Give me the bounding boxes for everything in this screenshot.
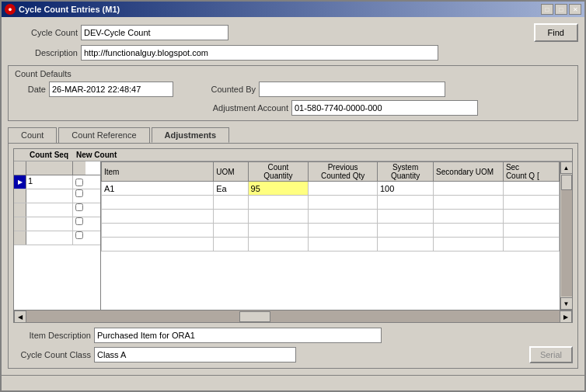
system-qty-cell-2[interactable] [378,196,434,210]
sec-count-q-cell-1[interactable] [503,182,559,196]
scroll-down-button[interactable]: ▼ [560,297,573,310]
minimize-button[interactable]: □ [541,4,553,15]
count-qty-cell-5[interactable] [248,238,309,252]
data-table: Item UOM CountQuantity PreviousCounted Q… [101,161,560,252]
row-indicator-1: ▶ [14,175,26,189]
grid-left-row-1: ▶ 1 [14,175,100,189]
counted-by-input[interactable] [259,82,445,97]
bottom-area: Item Description Cycle Count Class Seria… [13,328,573,363]
grid-body: ▶ 1 [14,161,572,310]
scroll-track-h[interactable] [26,310,560,322]
item-cell-3[interactable] [102,210,214,224]
sec-count-q-cell-5[interactable] [503,238,559,252]
cycle-count-row: Cycle Count Find [8,23,578,42]
item-description-label: Item Description [13,331,91,340]
checkbox-cell-3[interactable] [73,203,85,217]
scroll-track-v[interactable] [561,175,572,297]
window-title: Cycle Count Entries (M1) [19,5,120,14]
table-row [102,210,560,224]
prev-counted-column-header: PreviousCounted Qty [309,162,378,182]
maximize-button[interactable]: □ [555,4,567,15]
seq-cell-3[interactable] [26,203,73,217]
grid-top-labels: Count Seq New Count [14,149,572,161]
grid-left-row-4 [14,217,100,231]
item-description-input[interactable] [94,328,382,343]
system-qty-cell-4[interactable] [378,224,434,238]
tab-adjustments-content: Count Seq New Count [8,143,578,369]
grid-scroll-area: Item UOM CountQuantity PreviousCounted Q… [101,161,572,310]
seq-cell-1[interactable]: 1 [26,175,73,189]
system-qty-cell-1[interactable] [378,182,434,196]
tab-adjustments[interactable]: Adjustments [152,127,230,143]
uom-cell-4[interactable] [214,224,248,238]
system-qty-cell-3[interactable] [378,210,434,224]
description-input[interactable] [81,45,438,61]
find-button[interactable]: Find [534,23,578,42]
item-cell-2[interactable] [102,196,214,210]
scroll-up-button[interactable]: ▲ [560,161,573,174]
seq-cell-4[interactable] [26,217,73,231]
vertical-scrollbar[interactable]: ▲ ▼ [560,161,572,310]
grid-main: Item UOM CountQuantity PreviousCounted Q… [101,161,572,310]
checkbox-cell-1[interactable] [73,175,85,189]
scroll-thumb-h[interactable] [239,311,270,322]
secondary-uom-cell-3[interactable] [434,210,504,224]
prev-counted-cell-1[interactable] [309,182,378,196]
cycle-count-label: Cycle Count [8,28,78,37]
prev-counted-cell-3[interactable] [309,210,378,224]
uom-cell-2[interactable] [214,196,248,210]
uom-cell-3[interactable] [214,210,248,224]
cycle-count-class-input[interactable] [94,347,296,363]
secondary-uom-cell-4[interactable] [434,224,504,238]
sec-count-q-cell-4[interactable] [503,224,559,238]
count-qty-cell-3[interactable] [248,210,309,224]
checkbox-col-header [73,161,85,175]
checkbox-cell-4[interactable] [73,217,85,231]
seq-cell-5[interactable] [26,231,73,245]
tab-bar: Count Count Reference Adjustments [8,127,578,143]
date-and-counted-row: Date Counted By [15,82,571,97]
serial-button[interactable]: Serial [529,346,573,363]
seq-cell-2[interactable] [26,189,73,203]
item-cell-5[interactable] [102,238,214,252]
uom-cell-1[interactable] [214,182,248,196]
main-content: Cycle Count Find Description Count Defau… [2,17,584,375]
adjustment-account-input[interactable] [291,100,478,116]
uom-cell-5[interactable] [214,238,248,252]
prev-counted-cell-2[interactable] [309,196,378,210]
table-header-row: Item UOM CountQuantity PreviousCounted Q… [102,162,560,182]
sec-count-q-cell-3[interactable] [503,210,559,224]
system-qty-cell-5[interactable] [378,238,434,252]
item-cell-1[interactable] [102,182,214,196]
count-qty-cell-2[interactable] [248,196,309,210]
item-cell-4[interactable] [102,224,214,238]
table-row [102,196,560,210]
row-indicator-3 [14,203,26,217]
title-controls: □ □ ✕ [541,4,581,15]
secondary-uom-cell-5[interactable] [434,238,504,252]
checkbox-cell-5[interactable] [73,231,85,245]
secondary-uom-cell-1[interactable] [434,182,504,196]
description-row: Description [8,45,578,61]
grid-left-row-2 [14,189,100,203]
tab-count[interactable]: Count [8,127,57,143]
count-qty-cell-4[interactable] [248,224,309,238]
scroll-right-button[interactable]: ▶ [560,310,572,323]
scroll-left-button[interactable]: ◀ [14,310,26,323]
cycle-count-input[interactable] [81,25,228,40]
close-button[interactable]: ✕ [569,4,581,15]
grid-table-scroll[interactable]: Item UOM CountQuantity PreviousCounted Q… [101,161,560,310]
system-qty-column-header: SystemQuantity [378,162,434,182]
checkbox-cell-2[interactable] [73,189,85,203]
sec-count-q-cell-2[interactable] [503,196,559,210]
secondary-uom-cell-2[interactable] [434,196,504,210]
date-input[interactable] [49,82,173,97]
tab-count-reference[interactable]: Count Reference [58,127,149,143]
scroll-thumb-v[interactable] [561,175,572,190]
horizontal-scrollbar[interactable]: ◀ ▶ [14,310,572,322]
count-seq-header: Count Seq [30,151,76,159]
prev-counted-cell-4[interactable] [309,224,378,238]
sec-count-q-column-header: SecCount Q [ [503,162,559,182]
count-qty-cell-1[interactable] [248,182,309,196]
prev-counted-cell-5[interactable] [309,238,378,252]
